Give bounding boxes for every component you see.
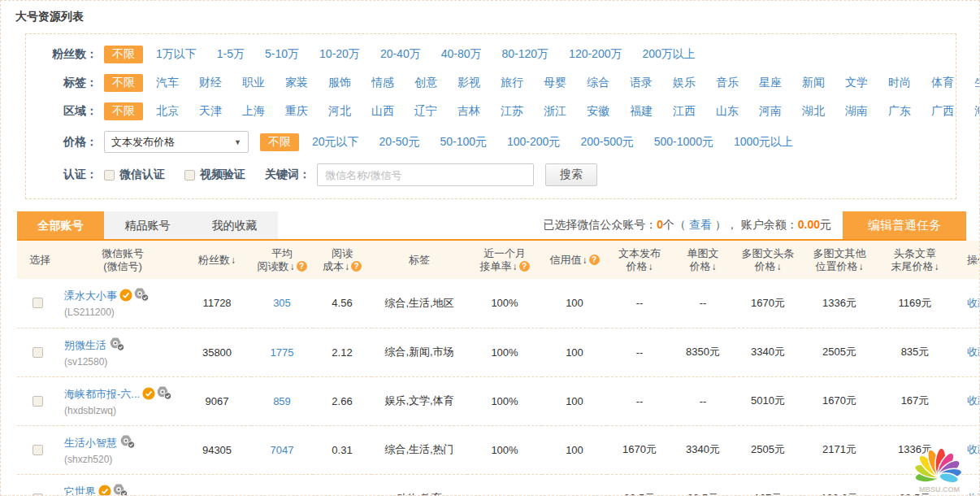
sort-desc-icon[interactable]: ↓ (859, 261, 864, 272)
filter-option[interactable]: 江苏 (501, 104, 523, 119)
filter-option[interactable]: 体育 (931, 76, 954, 90)
filter-option[interactable]: 200-500元 (580, 135, 633, 150)
filter-option[interactable]: 音乐 (716, 76, 739, 90)
wechat-cert-checkbox[interactable] (104, 170, 115, 181)
help-icon[interactable]: ? (519, 261, 530, 272)
filter-option[interactable]: 500-1000元 (654, 135, 713, 150)
filter-option[interactable]: 旅行 (501, 76, 523, 90)
filter-option[interactable]: 综合 (587, 76, 609, 90)
filter-option[interactable]: 福建 (630, 104, 653, 119)
favorite-link[interactable]: 收藏 (967, 443, 980, 455)
sort-desc-icon[interactable]: ↓ (345, 261, 349, 272)
filter-option[interactable]: 服饰 (328, 76, 351, 90)
sort-desc-icon[interactable]: ↓ (583, 255, 588, 266)
filter-option-selected[interactable]: 不限 (104, 74, 143, 92)
tab-全部账号[interactable]: 全部账号 (17, 211, 104, 239)
filter-option[interactable]: 10-20万 (319, 47, 360, 62)
favorite-link[interactable]: 收藏 (967, 394, 980, 407)
filter-option-selected[interactable]: 不限 (104, 102, 143, 120)
favorite-link[interactable]: 收藏 (967, 492, 980, 496)
filter-option[interactable]: 山东 (716, 104, 739, 119)
filter-option[interactable]: 星座 (759, 76, 782, 90)
filter-option-selected[interactable]: 不限 (104, 46, 143, 63)
avg-read-link[interactable]: 859 (273, 395, 291, 407)
filter-option[interactable]: 5-10万 (265, 47, 299, 62)
filter-option[interactable]: 1万以下 (156, 47, 197, 62)
filter-option[interactable]: 1-5万 (217, 47, 245, 62)
filter-option[interactable]: 50-100元 (440, 135, 487, 150)
filter-option[interactable]: 100-200元 (507, 135, 560, 150)
filter-option[interactable]: 北京 (156, 104, 179, 119)
view-selected-link[interactable]: 查看 (689, 218, 712, 231)
filter-option[interactable]: 重庆 (285, 104, 308, 119)
filter-option[interactable]: 20-40万 (380, 47, 421, 62)
avg-read-link[interactable]: 174 (273, 493, 291, 496)
filter-option[interactable]: 家装 (285, 76, 308, 90)
filter-option[interactable]: 辽宁 (414, 104, 437, 119)
filter-option[interactable]: 娱乐 (673, 76, 696, 90)
filter-option[interactable]: 山西 (371, 104, 394, 119)
filter-option[interactable]: 河北 (328, 104, 351, 119)
row-checkbox[interactable] (33, 445, 43, 455)
filter-option[interactable]: 河南 (759, 104, 782, 119)
search-button[interactable]: 搜索 (545, 163, 597, 186)
filter-option[interactable]: 创意 (414, 76, 437, 90)
help-icon[interactable]: ? (351, 261, 362, 272)
filter-option[interactable]: 安徽 (587, 104, 609, 119)
sort-desc-icon[interactable]: ↓ (648, 261, 653, 272)
filter-option[interactable]: 40-80万 (441, 47, 482, 62)
avg-read-link[interactable]: 7047 (271, 444, 294, 456)
account-name-link[interactable]: 海峡都市报-六... (64, 388, 140, 400)
edit-task-button[interactable]: 编辑普通任务 (843, 211, 966, 239)
filter-option[interactable]: 200万以上 (642, 47, 695, 62)
filter-option[interactable]: 浙江 (544, 104, 566, 119)
row-checkbox[interactable] (33, 347, 43, 358)
price-type-select[interactable]: 文本发布价格 ▼ (104, 131, 249, 153)
filter-option[interactable]: 时尚 (888, 76, 911, 90)
keyword-input[interactable] (317, 163, 534, 186)
price-option-selected[interactable]: 不限 (260, 133, 299, 151)
filter-option[interactable]: 上海 (242, 104, 265, 119)
help-icon[interactable]: ? (297, 261, 307, 272)
filter-option[interactable]: 江西 (673, 104, 696, 119)
row-checkbox[interactable] (33, 396, 43, 407)
sort-desc-icon[interactable]: ↓ (290, 261, 295, 272)
sort-desc-icon[interactable]: ↓ (513, 261, 518, 272)
sort-desc-icon[interactable]: ↓ (712, 261, 717, 272)
filter-option[interactable]: 文学 (845, 76, 868, 90)
favorite-link[interactable]: 收藏 (967, 346, 980, 358)
filter-option[interactable]: 1000元以上 (734, 135, 793, 150)
favorite-link[interactable]: 收藏 (967, 297, 980, 309)
row-checkbox[interactable] (33, 494, 43, 496)
account-name-link[interactable]: 溧水大小事 (64, 289, 117, 302)
filter-option[interactable]: 情感 (371, 76, 394, 90)
filter-option[interactable]: 80-120万 (502, 47, 549, 62)
filter-option[interactable]: 湖南 (845, 104, 868, 119)
tab-我的收藏[interactable]: 我的收藏 (191, 211, 278, 239)
sort-desc-icon[interactable]: ↓ (934, 261, 939, 272)
account-name-link[interactable]: 朔微生活 (64, 339, 106, 351)
filter-option[interactable]: 影视 (457, 76, 480, 90)
row-checkbox[interactable] (33, 298, 43, 308)
filter-option[interactable]: 生活 (974, 76, 980, 90)
filter-option[interactable]: 广西 (931, 104, 954, 119)
filter-option[interactable]: 海南 (974, 104, 980, 119)
help-icon[interactable]: ? (589, 255, 600, 265)
filter-option[interactable]: 财经 (199, 76, 222, 90)
video-cert-checkbox[interactable] (184, 170, 195, 181)
filter-option[interactable]: 20元以下 (312, 135, 359, 150)
filter-option[interactable]: 广东 (888, 104, 911, 119)
filter-option[interactable]: 天津 (199, 104, 222, 119)
account-name-link[interactable]: 它世界 (64, 485, 96, 496)
filter-option[interactable]: 20-50元 (379, 135, 420, 150)
filter-option[interactable]: 汽车 (156, 76, 179, 90)
filter-option[interactable]: 新闻 (802, 76, 825, 90)
tab-精品账号[interactable]: 精品账号 (104, 211, 191, 239)
sort-desc-icon[interactable]: ↓ (231, 255, 236, 266)
filter-option[interactable]: 吉林 (457, 104, 480, 119)
sort-desc-icon[interactable]: ↓ (777, 261, 782, 272)
filter-option[interactable]: 湖北 (802, 104, 825, 119)
filter-option[interactable]: 职业 (242, 76, 265, 90)
account-name-link[interactable]: 生活小智慧 (64, 437, 117, 449)
filter-option[interactable]: 120-200万 (569, 47, 622, 62)
